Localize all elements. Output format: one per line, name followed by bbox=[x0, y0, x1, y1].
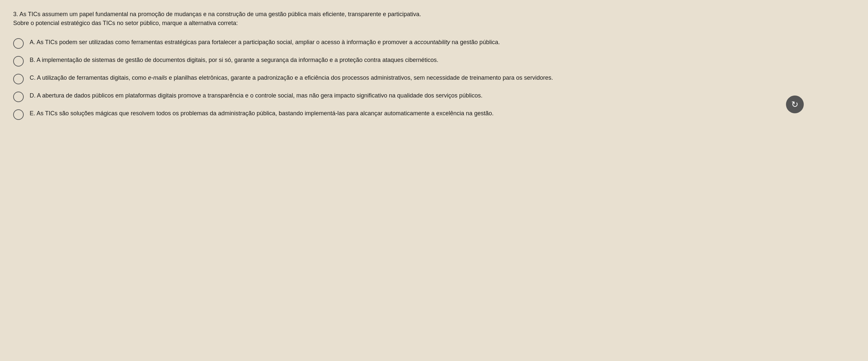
list-item: A. As TICs podem ser utilizadas como fer… bbox=[13, 37, 804, 49]
option-b-text: B. A implementação de sistemas de gestão… bbox=[30, 55, 438, 65]
option-c-label: C. A utilização de ferramentas digitais,… bbox=[30, 74, 553, 81]
option-e-label: E. As TICs são soluções mágicas que reso… bbox=[30, 110, 493, 117]
question-intro-line1: 3. As TICs assumem um papel fundamental … bbox=[13, 10, 804, 19]
radio-option-a[interactable] bbox=[13, 38, 24, 49]
options-list: A. As TICs podem ser utilizadas como fer… bbox=[13, 37, 804, 120]
list-item: C. A utilização de ferramentas digitais,… bbox=[13, 73, 804, 84]
question-number: 3. bbox=[13, 11, 20, 18]
option-e-text: E. As TICs são soluções mágicas que reso… bbox=[30, 109, 493, 118]
option-d-text: D. A abertura de dados públicos em plata… bbox=[30, 91, 483, 100]
question-container: 3. As TICs assumem um papel fundamental … bbox=[13, 10, 804, 120]
question-header: 3. As TICs assumem um papel fundamental … bbox=[13, 10, 804, 28]
radio-option-b[interactable] bbox=[13, 56, 24, 66]
option-b-label: B. A implementação de sistemas de gestão… bbox=[30, 57, 438, 63]
list-item: D. A abertura de dados públicos em plata… bbox=[13, 91, 804, 102]
list-item: E. As TICs são soluções mágicas que reso… bbox=[13, 109, 804, 120]
option-a-label: A. As TICs podem ser utilizadas como fer… bbox=[30, 39, 500, 46]
question-intro-line2: Sobre o potencial estratégico das TICs n… bbox=[13, 19, 804, 28]
radio-option-e[interactable] bbox=[13, 109, 24, 120]
radio-option-c[interactable] bbox=[13, 74, 24, 84]
option-a-text: A. As TICs podem ser utilizadas como fer… bbox=[30, 37, 500, 47]
refresh-icon[interactable]: ↻ bbox=[786, 95, 804, 113]
list-item: B. A implementação de sistemas de gestão… bbox=[13, 55, 804, 66]
option-d-label: D. A abertura de dados públicos em plata… bbox=[30, 92, 483, 99]
radio-option-d[interactable] bbox=[13, 92, 24, 102]
option-c-text: C. A utilização de ferramentas digitais,… bbox=[30, 73, 553, 83]
